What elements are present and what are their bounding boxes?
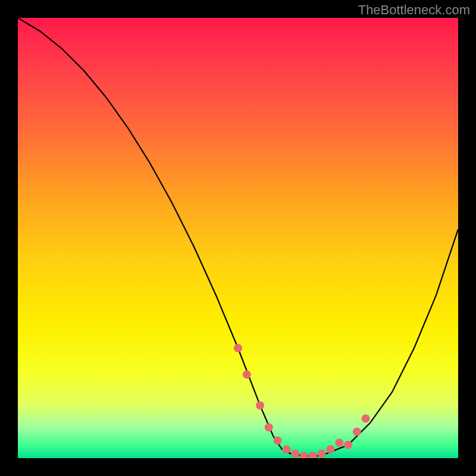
watermark-text: TheBottleneck.com bbox=[358, 2, 470, 18]
chart-background-gradient bbox=[18, 18, 458, 458]
